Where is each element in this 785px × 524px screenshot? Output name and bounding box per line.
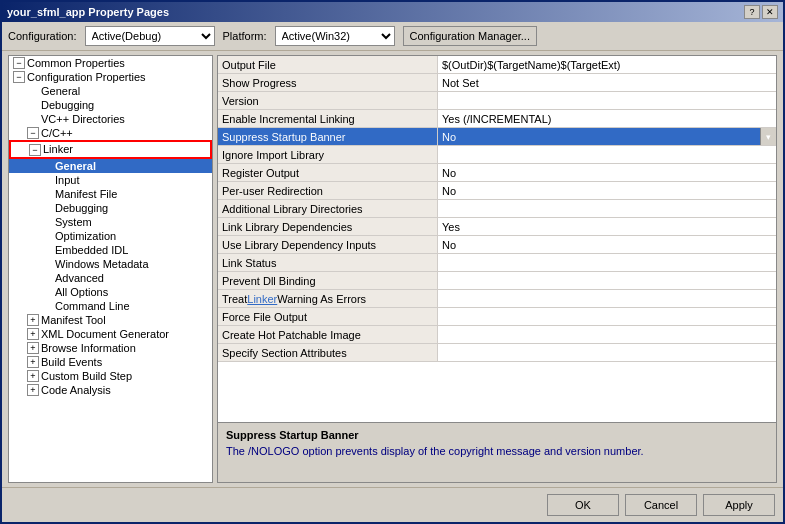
prop-name: Suppress Startup Banner — [218, 128, 438, 145]
table-row[interactable]: Per-user RedirectionNo — [218, 182, 776, 200]
apply-button[interactable]: Apply — [703, 494, 775, 516]
table-row[interactable]: Use Library Dependency InputsNo — [218, 236, 776, 254]
tree-item-manifest-tool[interactable]: +Manifest Tool — [9, 313, 212, 327]
tree-item-debugging[interactable]: Debugging — [9, 98, 212, 112]
toolbar: Configuration: Active(Debug) Platform: A… — [2, 22, 783, 51]
prop-value: No▾ — [438, 128, 776, 145]
table-row[interactable]: Suppress Startup BannerNo▾ — [218, 128, 776, 146]
prop-value — [438, 200, 776, 217]
tree-item-cpp[interactable]: −C/C++ — [9, 126, 212, 140]
table-row[interactable]: Enable Incremental LinkingYes (/INCREMEN… — [218, 110, 776, 128]
prop-value — [438, 326, 776, 343]
table-row[interactable]: Register OutputNo — [218, 164, 776, 182]
tree-item-label: C/C++ — [41, 127, 73, 139]
tree-item-label: Windows Metadata — [55, 258, 149, 270]
prop-name: Register Output — [218, 164, 438, 181]
tree-item-label: Optimization — [55, 230, 116, 242]
config-dropdown[interactable]: Active(Debug) — [85, 26, 215, 46]
dialog-title: your_sfml_app Property Pages — [7, 6, 169, 18]
table-row[interactable]: Output File$(OutDir)$(TargetName)$(Targe… — [218, 56, 776, 74]
table-row[interactable]: Link Library DependenciesYes — [218, 218, 776, 236]
table-row[interactable]: Prevent Dll Binding — [218, 272, 776, 290]
tree-item-debugging2[interactable]: Debugging — [9, 201, 212, 215]
table-row[interactable]: Ignore Import Library — [218, 146, 776, 164]
tree-item-label: Common Properties — [27, 57, 125, 69]
tree-expand-icon: + — [27, 370, 39, 382]
tree-item-command-line[interactable]: Command Line — [9, 299, 212, 313]
tree-item-common-properties[interactable]: −Common Properties — [9, 56, 212, 70]
tree-item-configuration-properties[interactable]: −Configuration Properties — [9, 70, 212, 84]
config-manager-button[interactable]: Configuration Manager... — [403, 26, 537, 46]
tree-item-xml-doc-generator[interactable]: +XML Document Generator — [9, 327, 212, 341]
tree-item-label: Configuration Properties — [27, 71, 146, 83]
tree-item-label: General — [41, 85, 80, 97]
main-content: −Common Properties−Configuration Propert… — [2, 51, 783, 487]
table-row[interactable]: Additional Library Directories — [218, 200, 776, 218]
table-row[interactable]: Force File Output — [218, 308, 776, 326]
prop-name: Per-user Redirection — [218, 182, 438, 199]
tree-item-label: Custom Build Step — [41, 370, 132, 382]
tree-item-linker[interactable]: −Linker — [9, 140, 212, 159]
tree-item-all-options[interactable]: All Options — [9, 285, 212, 299]
table-row[interactable]: Link Status — [218, 254, 776, 272]
tree-item-label: Manifest Tool — [41, 314, 106, 326]
prop-name: Output File — [218, 56, 438, 73]
cancel-button[interactable]: Cancel — [625, 494, 697, 516]
prop-value-text: No — [438, 129, 760, 145]
tree-item-label: Linker — [43, 143, 73, 155]
prop-value: Yes (/INCREMENTAL) — [438, 110, 776, 127]
prop-name: Treat Linker Warning As Errors — [218, 290, 438, 307]
table-row[interactable]: Create Hot Patchable Image — [218, 326, 776, 344]
platform-dropdown[interactable]: Active(Win32) — [275, 26, 395, 46]
tree-expand-icon: − — [13, 57, 25, 69]
prop-name: Ignore Import Library — [218, 146, 438, 163]
tree-item-browse-information[interactable]: +Browse Information — [9, 341, 212, 355]
tree-item-label: All Options — [55, 286, 108, 298]
prop-name: Additional Library Directories — [218, 200, 438, 217]
tree-expand-icon: + — [27, 342, 39, 354]
prop-name: Link Status — [218, 254, 438, 271]
tree-item-input[interactable]: Input — [9, 173, 212, 187]
table-row[interactable]: Version — [218, 92, 776, 110]
prop-value: No — [438, 236, 776, 253]
tree-item-system[interactable]: System — [9, 215, 212, 229]
tree-item-label: Manifest File — [55, 188, 117, 200]
tree-expand-icon: + — [27, 328, 39, 340]
tree-item-embedded-idl[interactable]: Embedded IDL — [9, 243, 212, 257]
description-panel: Suppress Startup Banner The /NOLOGO opti… — [218, 422, 776, 482]
tree-item-build-events[interactable]: +Build Events — [9, 355, 212, 369]
prop-name: Specify Section Attributes — [218, 344, 438, 361]
tree-item-windows-metadata[interactable]: Windows Metadata — [9, 257, 212, 271]
table-row[interactable]: Treat Linker Warning As Errors — [218, 290, 776, 308]
prop-name: Link Library Dependencies — [218, 218, 438, 235]
prop-value — [438, 290, 776, 307]
tree-item-label: Build Events — [41, 356, 102, 368]
prop-value — [438, 344, 776, 361]
prop-name: Show Progress — [218, 74, 438, 91]
dropdown-arrow-icon[interactable]: ▾ — [760, 128, 776, 145]
table-row[interactable]: Specify Section Attributes — [218, 344, 776, 362]
prop-name: Prevent Dll Binding — [218, 272, 438, 289]
tree-expand-icon: − — [29, 144, 41, 156]
tree-item-general[interactable]: General — [9, 84, 212, 98]
tree-item-code-analysis[interactable]: +Code Analysis — [9, 383, 212, 397]
close-button[interactable]: ✕ — [762, 5, 778, 19]
prop-value — [438, 146, 776, 163]
ok-button[interactable]: OK — [547, 494, 619, 516]
tree-item-vc-directories[interactable]: VC++ Directories — [9, 112, 212, 126]
description-title: Suppress Startup Banner — [226, 429, 768, 441]
prop-name: Version — [218, 92, 438, 109]
tree-item-label: VC++ Directories — [41, 113, 125, 125]
title-bar-buttons: ? ✕ — [744, 5, 778, 19]
tree-item-linker-general[interactable]: General — [9, 159, 212, 173]
tree-item-manifest-file[interactable]: Manifest File — [9, 187, 212, 201]
prop-value: Yes — [438, 218, 776, 235]
help-button[interactable]: ? — [744, 5, 760, 19]
prop-value: No — [438, 182, 776, 199]
table-row[interactable]: Show ProgressNot Set — [218, 74, 776, 92]
tree-item-custom-build-step[interactable]: +Custom Build Step — [9, 369, 212, 383]
tree-item-optimization[interactable]: Optimization — [9, 229, 212, 243]
tree-item-advanced[interactable]: Advanced — [9, 271, 212, 285]
prop-value: $(OutDir)$(TargetName)$(TargetExt) — [438, 56, 776, 73]
prop-value — [438, 308, 776, 325]
